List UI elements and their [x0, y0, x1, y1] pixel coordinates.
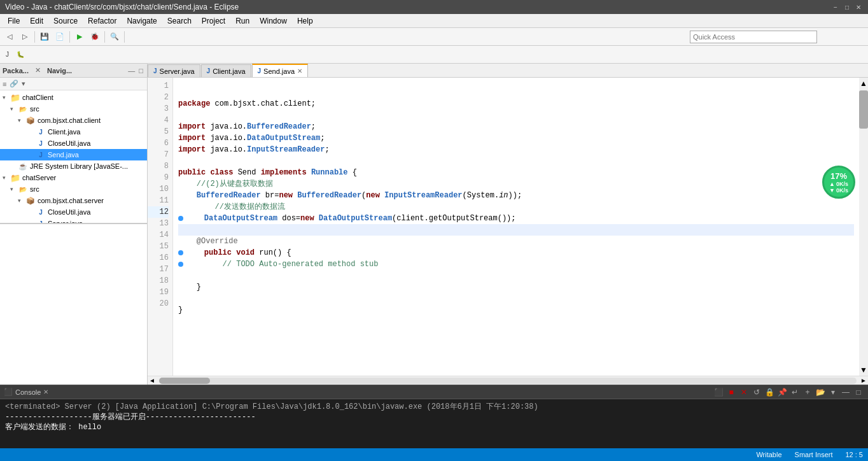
tree-item-jresystemlibraryjavase[interactable]: ☕JRE System Library [JavaSE-...	[0, 160, 147, 172]
menu-edit[interactable]: Edit	[25, 15, 48, 27]
tab-Clientjava[interactable]: JClient.java	[201, 64, 251, 77]
console-pin-btn[interactable]: 📌	[776, 387, 788, 398]
console-title: ⬛ Console ✕	[4, 388, 48, 396]
menu-window[interactable]: Window	[255, 15, 292, 27]
menu-refactor[interactable]: Refactor	[83, 15, 122, 27]
back-button[interactable]: ◁	[3, 30, 17, 44]
hscroll-left-btn[interactable]: ◄	[148, 377, 157, 384]
tree-item-closeutiljava[interactable]: JCloseUtil.java	[0, 138, 147, 149]
tab-label: Server.java	[160, 67, 195, 75]
tree-arrow: ▾	[3, 174, 10, 181]
line-num-17: 17	[148, 264, 169, 275]
link-icon[interactable]: 🔗	[8, 79, 20, 89]
console-output[interactable]: <terminated> Server (2) [Java Applicatio…	[0, 399, 868, 448]
maximize-button[interactable]: □	[843, 3, 851, 11]
tab-label: Send.java	[263, 67, 295, 75]
editor-scrollbar[interactable]: ▲ ▼	[859, 78, 868, 376]
code-line-16	[178, 270, 854, 281]
console-minimize-btn[interactable]: —	[840, 387, 851, 398]
tab-bar: JServer.javaJClient.javaJSend.java✕	[148, 64, 868, 78]
console-open-btn[interactable]: 📂	[815, 387, 826, 398]
run-button[interactable]: ▶	[73, 30, 87, 44]
console-menu-btn[interactable]: ▾	[827, 387, 839, 398]
writable-status[interactable]: Writable	[756, 451, 781, 458]
save-all-button[interactable]: 📄	[53, 30, 67, 44]
console-stop-btn[interactable]: ■	[725, 387, 737, 398]
menu-search[interactable]: Search	[162, 15, 197, 27]
code-hscroll[interactable]: ◄ ►	[148, 376, 868, 385]
console-clear-btn[interactable]: ⬛	[713, 387, 724, 398]
hscroll-right-btn[interactable]: ►	[859, 377, 868, 384]
package-icon: 📦	[26, 117, 35, 125]
editor-container: JServer.javaJClient.javaJSend.java✕ 1234…	[148, 64, 868, 385]
minimize-button[interactable]: −	[831, 3, 840, 11]
code-editor[interactable]: 1234567891011121314151617181920 package …	[148, 78, 868, 376]
package-tree[interactable]: ▾📁chatClient▾📂src▾📦com.bjsxt.chat.client…	[0, 90, 147, 223]
quick-access-input[interactable]	[690, 33, 816, 41]
package-icon: 📦	[26, 197, 35, 205]
console-word-wrap-btn[interactable]: ↵	[789, 387, 801, 398]
minimize-panel-icon[interactable]: —	[127, 66, 136, 75]
tree-item-serverjava[interactable]: JServer.java	[0, 218, 147, 223]
console-scroll-lock-btn[interactable]: 🔒	[764, 387, 775, 398]
console-toolbar: ⬛ ■ ✕ ↺ 🔒 📌 ↵ + 📂 ▾ — □	[713, 387, 864, 398]
menu-icon[interactable]: ▾	[20, 79, 27, 89]
scrollbar-thumb[interactable]	[859, 90, 868, 129]
debug-perspective-btn[interactable]: 🐛	[13, 48, 27, 62]
menu-project[interactable]: Project	[197, 15, 230, 27]
collapse-all-icon[interactable]: ≡	[1, 80, 8, 89]
status-bar: Writable Smart Insert 12 : 5	[0, 448, 868, 461]
menu-navigate[interactable]: Navigate	[122, 15, 162, 27]
quick-access-bar[interactable]	[690, 31, 817, 43]
scroll-down-btn[interactable]: ▼	[859, 365, 868, 374]
menu-bar: FileEditSourceRefactorNavigateSearchProj…	[0, 14, 868, 28]
menu-file[interactable]: File	[3, 15, 25, 27]
code-content[interactable]: package com.bjsxt.chat.client;import jav…	[173, 78, 859, 376]
tree-item-src[interactable]: ▾📂src	[0, 183, 147, 195]
console-new-btn[interactable]: +	[802, 387, 813, 398]
tree-label: com.bjsxt.chat.client	[38, 117, 101, 124]
maximize-panel-icon[interactable]: □	[137, 66, 144, 75]
panel-header-packages: Packa... ✕ Navig... — □	[0, 64, 147, 78]
tree-item-closeutiljava[interactable]: JCloseUtil.java	[0, 206, 147, 218]
hscroll-thumb[interactable]	[159, 378, 210, 384]
tree-item-sendjava[interactable]: JSend.java	[0, 149, 147, 160]
network-speeds: ▲0K/s	[829, 181, 848, 187]
save-button[interactable]: 💾	[38, 30, 52, 44]
java-perspective-btn[interactable]: J	[3, 48, 12, 62]
java-file-icon: J	[39, 220, 43, 223]
forward-button[interactable]: ▷	[18, 30, 32, 44]
code-line-15: // TODO Auto-generated method stub	[178, 259, 854, 270]
tree-item-src[interactable]: ▾📂src	[0, 103, 147, 115]
close-button[interactable]: ✕	[854, 3, 863, 11]
network-down: ▼0K/s	[829, 187, 848, 194]
tree-arrow: ▾	[3, 94, 10, 101]
project-icon: 📁	[10, 173, 20, 183]
panel-close-icon[interactable]: ✕	[34, 66, 42, 75]
cursor-position-status[interactable]: 12 : 5	[845, 451, 863, 458]
insert-mode-status[interactable]: Smart Insert	[795, 451, 833, 458]
tree-item-combjsxtchatserver[interactable]: ▾📦com.bjsxt.chat.server	[0, 195, 147, 206]
console-label: Console	[15, 388, 41, 396]
title-bar: Video - Java - chatClient/src/com/bjsxt/…	[0, 0, 868, 14]
debug-button[interactable]: 🐞	[88, 30, 102, 44]
menu-run[interactable]: Run	[230, 15, 255, 27]
tab-close-icon[interactable]: ✕	[297, 67, 302, 74]
menu-source[interactable]: Source	[48, 15, 83, 27]
tree-item-chatclient[interactable]: ▾📁chatClient	[0, 92, 147, 103]
tree-item-clientjava[interactable]: JClient.java	[0, 126, 147, 138]
tab-Serverjava[interactable]: JServer.java	[148, 64, 200, 77]
menu-help[interactable]: Help	[292, 15, 318, 27]
folder-icon: 📂	[19, 186, 27, 193]
tree-item-chatserver[interactable]: ▾📁chatServer	[0, 172, 147, 183]
console-relaunch-btn[interactable]: ↺	[751, 387, 762, 398]
console-maximize-btn[interactable]: □	[853, 387, 864, 398]
console-close-icon[interactable]: ✕	[43, 388, 48, 395]
console-terminate-btn[interactable]: ✕	[738, 387, 750, 398]
scroll-up-btn[interactable]: ▲	[859, 79, 868, 88]
tree-label: JRE System Library [JavaSE-...	[30, 162, 128, 170]
tab-Sendjava[interactable]: JSend.java✕	[252, 64, 309, 77]
tree-item-combjsxtchatclient[interactable]: ▾📦com.bjsxt.chat.client	[0, 115, 147, 126]
line-num-11: 11	[148, 195, 169, 206]
open-type-button[interactable]: 🔍	[108, 30, 122, 44]
